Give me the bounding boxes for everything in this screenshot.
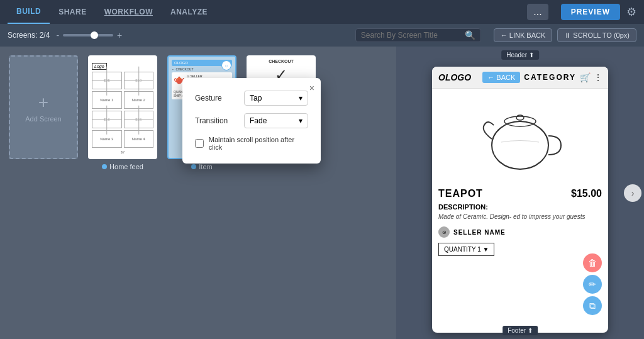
svg-point-2 (516, 115, 524, 120)
zoom-controls: - + (56, 30, 122, 40)
transition-label: Transition (195, 116, 239, 125)
grid-cell-5: $16 (92, 111, 122, 128)
preview-button[interactable]: PREVIEW (561, 4, 620, 20)
transition-select[interactable]: Fade ▾ (244, 113, 308, 128)
zoom-minus-button[interactable]: - (56, 30, 59, 40)
phone-preview: OLOGO ← BACK CATEGORY 🛒 ⋮ (432, 67, 608, 333)
maintain-scroll-checkbox[interactable] (195, 139, 204, 148)
zoom-slider[interactable] (63, 34, 113, 36)
footer-section-label[interactable]: Footer ⬆ (502, 326, 538, 335)
gesture-row: Gesture Tap ▾ (195, 91, 308, 106)
header-section-label[interactable]: Header ⬆ (501, 50, 539, 60)
phone-logo: OLOGO (438, 72, 471, 82)
zoom-thumb (91, 31, 98, 39)
teapot-area (438, 95, 602, 183)
search-box: 🔍 (355, 28, 481, 42)
gesture-popup: × Gesture Tap ▾ Transition Fade ▾ Mainta… (182, 78, 321, 164)
next-screen-arrow[interactable]: › (624, 184, 641, 202)
add-screen-thumbnail[interactable]: + Add Screen (9, 55, 78, 159)
teapot-illustration (476, 101, 564, 177)
cart-icon[interactable]: 🛒 (580, 72, 591, 82)
search-icon: 🔍 (465, 30, 475, 40)
product-name-price: TEAPOT $15.00 (438, 188, 602, 199)
product-name: TEAPOT (438, 188, 483, 199)
description-text: Made of Ceramic. Design- ed to impress y… (438, 212, 602, 221)
phone-body: TEAPOT $15.00 DESCRIPTION: Made of Ceram… (432, 89, 608, 267)
checkout-title: CHECKOUT (250, 59, 312, 64)
seller-avatar: ⊙ (438, 226, 450, 238)
category-label: CATEGORY (524, 73, 576, 82)
add-screen-label: Add Screen (25, 115, 61, 123)
tab-share[interactable]: SHARE (50, 0, 96, 24)
item-dot (191, 164, 196, 169)
quantity-selector[interactable]: QUANTITY 1 ▼ (438, 243, 494, 256)
copy-action-button[interactable]: ⧉ (583, 296, 602, 315)
back-button[interactable]: ← BACK (482, 72, 520, 83)
checkbox-row: Maintain scroll position after click (195, 136, 308, 151)
seller-name: SELLER NAME (453, 229, 506, 236)
dots-button[interactable]: ... (527, 4, 548, 20)
home-feed-thumbnail[interactable]: Logo $25 $19 Name 1 Name 2 $16 $15 Name … (88, 55, 157, 159)
grid-cell-2: $19 (124, 72, 154, 89)
scroll-to-button[interactable]: ⏸ SCROLL TO (0px) (557, 28, 636, 42)
product-price: $15.00 (571, 188, 602, 199)
screens-count: Screens: 2/4 (8, 31, 50, 40)
gear-icon[interactable]: ⚙ (626, 5, 636, 19)
grid-cell-6: $15 (124, 111, 154, 128)
more-options-icon[interactable]: ⋮ (594, 73, 602, 82)
search-input[interactable] (361, 31, 461, 40)
home-feed-label: Home feed (102, 163, 143, 170)
top-nav: BUILD SHARE WORKFLOW ANALYZE ... PREVIEW… (0, 0, 644, 24)
toolbar-right: ← LINK BACK ⏸ SCROLL TO (0px) (494, 28, 636, 42)
product-info: TEAPOT $15.00 DESCRIPTION: Made of Ceram… (438, 183, 602, 261)
close-icon[interactable]: × (309, 83, 314, 93)
phone-nav: ← BACK CATEGORY 🛒 ⋮ (482, 72, 602, 83)
preview-panel: Header ⬆ OLOGO ← BACK CATEGORY 🛒 ⋮ (396, 47, 644, 339)
seller-row: ⊙ SELLER NAME (438, 226, 602, 238)
svg-point-0 (492, 121, 548, 169)
action-icons: 🗑 ✏ ⧉ (583, 253, 602, 315)
item-label: Item (191, 163, 212, 170)
tab-workflow[interactable]: WORKFLOW (96, 0, 162, 24)
grid-cell-1: $25 (92, 72, 122, 89)
checkbox-label: Maintain scroll position after click (209, 136, 308, 151)
tab-build[interactable]: BUILD (8, 0, 50, 24)
link-back-button[interactable]: ← LINK BACK (494, 28, 553, 42)
add-screen-item: + Add Screen (9, 55, 78, 170)
gesture-label: Gesture (195, 94, 239, 103)
chevron-down-icon-2: ▾ (299, 116, 303, 125)
zoom-plus-button[interactable]: + (117, 30, 122, 40)
chevron-down-icon: ▾ (299, 94, 303, 103)
screens-panel: + Add Screen Logo $25 $19 Name 1 Name 2 … (0, 47, 396, 339)
phone-header: OLOGO ← BACK CATEGORY 🛒 ⋮ (432, 67, 608, 89)
tab-analyze[interactable]: ANALYZE (162, 0, 216, 24)
toolbar: Screens: 2/4 - + 🔍 ← LINK BACK ⏸ SCROLL … (0, 24, 644, 47)
description-label: DESCRIPTION: (438, 203, 602, 211)
main-area: + Add Screen Logo $25 $19 Name 1 Name 2 … (0, 47, 644, 339)
gesture-select[interactable]: Tap ▾ (244, 91, 308, 106)
transition-row: Transition Fade ▾ (195, 113, 308, 128)
add-screen-plus-icon: + (38, 92, 48, 113)
home-grid: $25 $19 Name 1 Name 2 $16 $15 Name 3 Nam… (92, 72, 153, 148)
home-feed-dot (102, 164, 107, 169)
edit-action-button[interactable]: ✏ (583, 275, 602, 294)
home-logo: Logo (92, 63, 107, 70)
home-feed-item: Logo $25 $19 Name 1 Name 2 $16 $15 Name … (88, 55, 157, 170)
delete-action-button[interactable]: 🗑 (583, 253, 602, 272)
